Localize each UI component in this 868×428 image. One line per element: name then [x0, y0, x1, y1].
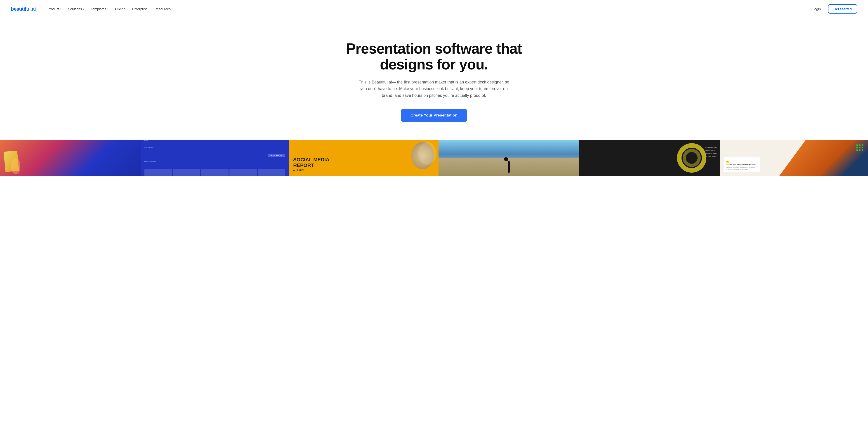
chevron-down-icon: ▾	[60, 8, 61, 10]
illustration-dots	[856, 144, 864, 151]
gallery-card-photo[interactable]	[438, 140, 579, 176]
chevron-down-icon: ▾	[172, 8, 173, 10]
hero-title-line2: designs for you.	[380, 56, 488, 73]
navbar-left: beautiful.ai Product ▾ Solutions ▾ Templ…	[11, 5, 176, 13]
hero-section: Presentation software that designs for y…	[0, 18, 868, 140]
chevron-down-icon: ▾	[83, 8, 84, 10]
hero-subtitle: This is Beautiful.ai— the first presenta…	[357, 79, 511, 99]
logo[interactable]: beautiful.ai	[11, 6, 36, 12]
navbar-right: Login Get Started	[810, 4, 857, 13]
chart-label-1: Australia Sales	[705, 147, 717, 149]
gallery-card-form[interactable]: Email Social Media Public Relations Lead…	[141, 140, 289, 176]
chart-label-2: Mexico Sales	[705, 149, 717, 151]
gallery-card-social[interactable]: SOCIAL MEDIAREPORT April, 2022	[289, 140, 438, 176]
get-started-button[interactable]: Get Started	[828, 4, 857, 13]
create-presentation-button[interactable]: Create Your Presentation	[401, 109, 467, 122]
nav-resources[interactable]: Resources ▾	[152, 5, 176, 13]
nav-enterprise-label: Enterprise	[132, 7, 148, 11]
illustration-card-subtitle: Our guide to the most essential tools to…	[726, 167, 757, 171]
nav-links: Product ▾ Solutions ▾ Templates ▾ Pricin…	[45, 5, 176, 13]
social-report-date: April, 2022	[293, 169, 434, 171]
social-report-title: SOCIAL MEDIAREPORT	[293, 157, 434, 168]
illustration-text-card: ● The Burden of Unfulfilled Potential Ou…	[723, 157, 760, 172]
nav-resources-label: Resources	[154, 7, 170, 11]
nav-product[interactable]: Product ▾	[45, 5, 64, 13]
nav-product-label: Product	[48, 7, 59, 11]
nav-templates[interactable]: Templates ▾	[88, 5, 111, 13]
hero-title-line1: Presentation software that	[346, 40, 522, 57]
chart-label-4: US Total Sales	[705, 155, 717, 158]
login-button[interactable]: Login	[810, 5, 824, 13]
nav-pricing[interactable]: Pricing	[112, 5, 128, 13]
chart-labels: Australia Sales Mexico Sales California …	[705, 147, 717, 158]
nav-templates-label: Templates	[91, 7, 106, 11]
chevron-down-icon: ▾	[107, 8, 108, 10]
chart-label-3: California Sales	[705, 152, 717, 154]
nav-solutions[interactable]: Solutions ▾	[65, 5, 87, 13]
logo-text: beautiful.ai	[11, 6, 36, 12]
illustration-card-title: The Burden of Unfulfilled Potential	[726, 164, 757, 166]
nav-enterprise[interactable]: Enterprise	[129, 5, 150, 13]
nav-pricing-label: Pricing	[115, 7, 125, 11]
nav-solutions-label: Solutions	[68, 7, 82, 11]
hero-title: Presentation software that designs for y…	[346, 41, 522, 73]
gallery-card-art[interactable]	[0, 140, 141, 176]
gallery-card-chart[interactable]: Australia Sales Mexico Sales California …	[579, 140, 720, 176]
navbar: beautiful.ai Product ▾ Solutions ▾ Templ…	[0, 0, 868, 18]
gallery-strip: Email Social Media Public Relations Lead…	[0, 140, 868, 176]
gallery-card-illustration[interactable]: ● The Burden of Unfulfilled Potential Ou…	[720, 140, 868, 176]
